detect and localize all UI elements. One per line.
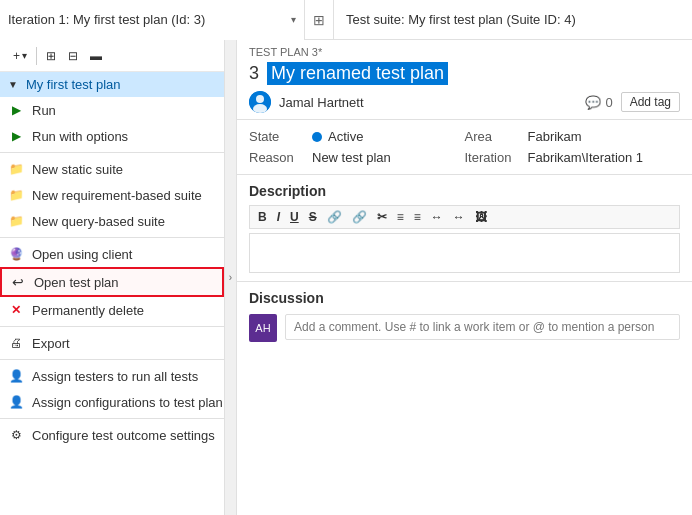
sidebar-item-label: Open test plan [34, 275, 119, 290]
iteration-row: Iteration Fabrikam\Iteration 1 [465, 147, 681, 168]
expand-all-icon: ⊞ [46, 49, 56, 63]
toolbar-separator [36, 47, 37, 65]
state-indicator [312, 132, 322, 142]
discussion-title: Discussion [249, 290, 680, 306]
list2-button[interactable]: ≡ [410, 208, 425, 226]
filter-button[interactable]: ▬ [85, 46, 107, 66]
add-dropdown-arrow: ▾ [22, 50, 27, 61]
sidebar-item-run[interactable]: ▶ Run [0, 97, 224, 123]
menu-separator-3 [0, 326, 224, 327]
avatar-image [249, 91, 271, 113]
menu-separator-4 [0, 359, 224, 360]
sidebar-item-label: Open using client [32, 247, 132, 262]
sidebar-item-label: Run with options [32, 129, 128, 144]
delete-icon: ✕ [8, 302, 24, 318]
outdent-button[interactable]: ↔ [449, 208, 469, 226]
sidebar-item-open-test-plan[interactable]: ↩ Open test plan [0, 267, 224, 297]
run-options-icon: ▶ [8, 128, 24, 144]
link2-button[interactable]: 🔗 [348, 208, 371, 226]
collapse-all-icon: ⊟ [68, 49, 78, 63]
main-area: + ▾ ⊞ ⊟ ▬ ▼ My first test plan ▶ R [0, 40, 692, 515]
assign-icon: 👤 [8, 368, 24, 384]
sidebar-item-permanently-delete[interactable]: ✕ Permanently delete [0, 297, 224, 323]
sidebar-item-label: My first test plan [26, 77, 121, 92]
plan-tag: TEST PLAN 3* [249, 46, 680, 58]
reason-label: Reason [249, 150, 304, 165]
sidebar-item-new-query-suite[interactable]: 📁 New query-based suite [0, 208, 224, 234]
comment-count-area: 💬 0 [585, 95, 612, 110]
sidebar-item-label: New static suite [32, 162, 123, 177]
suite-title: Test suite: My first test plan (Suite ID… [334, 12, 588, 27]
fields-grid: State Active Area Fabrikam Reason New te… [237, 120, 692, 175]
expand-arrow-icon: ▼ [8, 79, 18, 90]
svg-point-1 [256, 95, 264, 103]
link-button[interactable]: 🔗 [323, 208, 346, 226]
sidebar-item-label: Export [32, 336, 70, 351]
sidebar-item-assign-testers[interactable]: 👤 Assign testers to run all tests [0, 363, 224, 389]
description-editor[interactable] [249, 233, 680, 273]
plan-title-row: 3 My renamed test plan [249, 62, 680, 85]
iteration-field-value: Fabrikam\Iteration 1 [528, 150, 644, 165]
sidebar-item-export[interactable]: 🖨 Export [0, 330, 224, 356]
sidebar-item-configure-settings[interactable]: ⚙ Configure test outcome settings [0, 422, 224, 448]
iteration-selector[interactable]: Iteration 1: My first test plan (Id: 3) … [0, 0, 305, 40]
comment-count: 0 [605, 95, 612, 110]
indent-button[interactable]: ↔ [427, 208, 447, 226]
sidebar: + ▾ ⊞ ⊟ ▬ ▼ My first test plan ▶ R [0, 40, 225, 515]
underline-button[interactable]: U [286, 208, 303, 226]
user-name: Jamal Hartnett [279, 95, 364, 110]
comment-row: AH [249, 314, 680, 342]
add-tag-button[interactable]: Add tag [621, 92, 680, 112]
italic-button[interactable]: I [273, 208, 284, 226]
open-plan-icon: ↩ [10, 274, 26, 290]
folder-query-icon: 📁 [8, 213, 24, 229]
sidebar-item-open-client[interactable]: 🔮 Open using client [0, 241, 224, 267]
collapse-handle[interactable]: › [225, 40, 237, 515]
assign-configs-icon: 👤 [8, 394, 24, 410]
sidebar-item-assign-configs[interactable]: 👤 Assign configurations to test plan [0, 389, 224, 415]
menu-separator-2 [0, 237, 224, 238]
filter-icon-btn: ▬ [90, 49, 102, 63]
plan-title[interactable]: My renamed test plan [267, 62, 448, 85]
menu-separator-5 [0, 418, 224, 419]
expand-all-button[interactable]: ⊞ [41, 46, 61, 66]
sidebar-item-label: Assign testers to run all tests [32, 369, 198, 384]
sidebar-item-label: New requirement-based suite [32, 188, 202, 203]
area-row: Area Fabrikam [465, 126, 681, 147]
commenter-avatar: AH [249, 314, 277, 342]
sidebar-item-label: Permanently delete [32, 303, 144, 318]
state-row: State Active [249, 126, 465, 147]
sidebar-item-run-with-options[interactable]: ▶ Run with options [0, 123, 224, 149]
filter-icon[interactable]: ⊞ [305, 0, 334, 40]
folder-icon: 📁 [8, 161, 24, 177]
bold-button[interactable]: B [254, 208, 271, 226]
area-label: Area [465, 129, 520, 144]
content-panel: TEST PLAN 3* 3 My renamed test plan Jama… [237, 40, 692, 515]
description-section: Description B I U S 🔗 🔗 ✂ ≡ ≡ ↔ ↔ 🖼 [237, 175, 692, 282]
editor-toolbar: B I U S 🔗 🔗 ✂ ≡ ≡ ↔ ↔ 🖼 [249, 205, 680, 229]
settings-icon: ⚙ [8, 427, 24, 443]
plan-number: 3 [249, 63, 259, 84]
add-button[interactable]: + ▾ [8, 46, 32, 66]
sidebar-item-label: New query-based suite [32, 214, 165, 229]
collapse-all-button[interactable]: ⊟ [63, 46, 83, 66]
sidebar-item-label: Assign configurations to test plan [32, 395, 223, 410]
sidebar-item-my-first-test-plan[interactable]: ▼ My first test plan [0, 72, 224, 97]
image-button[interactable]: 🖼 [471, 208, 491, 226]
sidebar-item-label: Configure test outcome settings [32, 428, 215, 443]
sidebar-item-new-static-suite[interactable]: 📁 New static suite [0, 156, 224, 182]
sidebar-item-new-req-suite[interactable]: 📁 New requirement-based suite [0, 182, 224, 208]
iteration-label: Iteration 1: My first test plan (Id: 3) [8, 12, 287, 27]
iteration-dropdown-arrow: ▾ [291, 14, 296, 25]
iteration-field-label: Iteration [465, 150, 520, 165]
cut-button[interactable]: ✂ [373, 208, 391, 226]
comment-input[interactable] [285, 314, 680, 340]
menu-list: ▼ My first test plan ▶ Run ▶ Run with op… [0, 72, 224, 515]
reason-value: New test plan [312, 150, 391, 165]
user-row: Jamal Hartnett 💬 0 Add tag [249, 91, 680, 113]
strikethrough-button[interactable]: S [305, 208, 321, 226]
plan-header: TEST PLAN 3* 3 My renamed test plan Jama… [237, 40, 692, 120]
description-title: Description [249, 183, 680, 199]
list-button[interactable]: ≡ [393, 208, 408, 226]
comment-icon: 💬 [585, 95, 601, 110]
